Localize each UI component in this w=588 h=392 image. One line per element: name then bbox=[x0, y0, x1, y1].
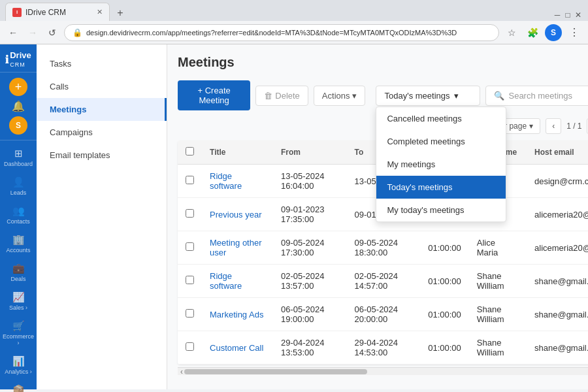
row-checkbox[interactable] bbox=[186, 342, 194, 351]
sidebar-item-leads[interactable]: 👤 Leads bbox=[0, 172, 37, 201]
left-nav-item-tasks[interactable]: Tasks bbox=[37, 52, 167, 75]
window-minimize-button[interactable]: ─ bbox=[553, 10, 562, 20]
left-nav-item-meetings[interactable]: Meetings bbox=[37, 98, 167, 121]
sidebar-item-sales[interactable]: 📈 Sales › bbox=[0, 287, 37, 316]
row-checkbox[interactable] bbox=[186, 309, 194, 318]
actions-button[interactable]: Actions ▾ bbox=[314, 86, 366, 106]
horizontal-scrollbar[interactable]: ‹ › bbox=[178, 367, 588, 375]
table-row[interactable]: Customer Call 29-04-2024 13:53:00 29-04-… bbox=[178, 331, 588, 365]
cell-title: Previous year bbox=[202, 198, 273, 231]
row-checkbox[interactable] bbox=[186, 176, 194, 184]
sidebar-item-contacts[interactable]: 👥 Contacts bbox=[0, 201, 37, 229]
row-checkbox[interactable] bbox=[186, 276, 194, 284]
delete-label: Delete bbox=[275, 91, 300, 101]
cell-host-name: Shane William bbox=[469, 265, 527, 298]
browser-menu-icon[interactable]: ⋮ bbox=[566, 24, 583, 41]
cell-host-email: alicemeria20@gmail.... bbox=[527, 231, 588, 265]
row-checkbox[interactable] bbox=[186, 209, 194, 218]
cell-host-email: design@crm.com bbox=[527, 165, 588, 198]
main-content: Meetings + Create Meeting 🗑 Delete Actio… bbox=[167, 44, 588, 389]
nav-back-button[interactable]: ← bbox=[5, 25, 21, 41]
cell-title: Ridge software bbox=[202, 265, 273, 298]
cell-host-name: Shane William bbox=[469, 331, 527, 365]
table-row[interactable]: Meeting other user 09-05-2024 17:30:00 0… bbox=[178, 231, 588, 265]
cell-title: Meeting other user bbox=[202, 231, 273, 265]
logo-icon: 𝐢 bbox=[5, 53, 8, 67]
search-placeholder-text: Search meetings bbox=[508, 91, 572, 101]
row-checkbox[interactable] bbox=[186, 242, 194, 251]
sidebar-item-dashboard[interactable]: ⊞ Dashboard bbox=[0, 143, 37, 172]
sidebar-item-accounts[interactable]: 🏢 Accounts bbox=[0, 229, 37, 258]
sidebar-label-deals: Deals bbox=[11, 276, 26, 282]
tab-title: IDrive CRM bbox=[25, 8, 66, 17]
accounts-icon: 🏢 bbox=[12, 234, 25, 246]
tab-close-icon[interactable]: ✕ bbox=[97, 8, 103, 16]
sidebar-item-analytics[interactable]: 📊 Analytics › bbox=[0, 351, 37, 380]
ecommerce-icon: 🛒 bbox=[12, 320, 25, 332]
sidebar-item-deals[interactable]: 💼 Deals bbox=[0, 258, 37, 287]
col-header-title: Title bbox=[202, 140, 273, 165]
cell-from: 09-01-2023 17:35:00 bbox=[273, 198, 347, 231]
bell-icon[interactable]: 🔔 bbox=[10, 99, 26, 114]
deals-icon: 💼 bbox=[12, 263, 25, 274]
delete-icon: 🗑 bbox=[264, 91, 272, 101]
nav-forward-button[interactable]: → bbox=[25, 25, 41, 41]
sidebar-label-ecommerce: Ecommerce › bbox=[3, 333, 34, 346]
create-meeting-button[interactable]: + Create Meeting bbox=[178, 80, 250, 110]
dropdown-item-my-today[interactable]: My today's meetings bbox=[376, 199, 506, 221]
sidebar-item-ecommerce[interactable]: 🛒 Ecommerce › bbox=[0, 316, 37, 351]
window-maximize-button[interactable]: □ bbox=[563, 10, 572, 20]
extensions-icon[interactable]: 🧩 bbox=[524, 24, 541, 41]
bookmark-icon[interactable]: ☆ bbox=[503, 24, 520, 41]
left-nav-item-campaigns[interactable]: Campaigns bbox=[37, 121, 167, 144]
browser-profile[interactable]: S bbox=[545, 24, 562, 41]
cell-to: 06-05-2024 20:00:00 bbox=[347, 298, 421, 331]
cell-host-email: shane@gmail.com bbox=[527, 298, 588, 331]
cell-from: 02-05-2024 13:57:00 bbox=[273, 265, 347, 298]
dropdown-item-my-meetings[interactable]: My meetings bbox=[376, 153, 506, 176]
filter-dropdown-container: Today's meetings ▾ Cancelled meetings Co… bbox=[376, 86, 480, 106]
sidebar-nav: ⊞ Dashboard 👤 Leads 👥 Contacts 🏢 Account… bbox=[0, 143, 37, 392]
cell-duration: 01:00:00 bbox=[420, 331, 469, 365]
address-url: design.devidrivecrm.com/app/meetings?ref… bbox=[86, 29, 491, 37]
sidebar-label-leads: Leads bbox=[10, 189, 27, 196]
cell-title: Customer Call bbox=[202, 331, 273, 365]
sidebar-label-sales: Sales › bbox=[9, 304, 27, 311]
cell-host-email: alicemeria20@gmail.... bbox=[527, 198, 588, 231]
add-button[interactable]: + bbox=[9, 78, 27, 96]
dropdown-item-today[interactable]: Today's meetings bbox=[376, 176, 506, 199]
delete-button[interactable]: 🗑 Delete bbox=[255, 86, 308, 106]
table-row[interactable]: Marketing Ads 06-05-2024 19:00:00 06-05-… bbox=[178, 298, 588, 331]
filter-dropdown-button[interactable]: Today's meetings ▾ bbox=[376, 86, 480, 106]
cell-host-name: Alice Maria bbox=[469, 231, 527, 265]
left-nav-item-calls[interactable]: Calls bbox=[37, 75, 167, 98]
dashboard-icon: ⊞ bbox=[14, 148, 23, 159]
dropdown-item-cancelled[interactable]: Cancelled meetings bbox=[376, 107, 506, 130]
actions-chevron-icon: ▾ bbox=[352, 91, 357, 101]
nav-reload-button[interactable]: ↺ bbox=[44, 25, 60, 41]
col-header-host-email: Host email bbox=[527, 140, 588, 165]
table-row[interactable]: Ridge software 02-05-2024 13:57:00 02-05… bbox=[178, 265, 588, 298]
scroll-left-icon[interactable]: ‹ bbox=[180, 367, 183, 376]
left-nav-item-email-templates[interactable]: Email templates bbox=[37, 144, 167, 167]
user-avatar[interactable]: S bbox=[9, 116, 27, 135]
cell-duration: 01:00:00 bbox=[420, 231, 469, 265]
cell-from: 09-05-2024 17:30:00 bbox=[273, 231, 347, 265]
sidebar-item-data-migration[interactable]: 📦 DataMigration bbox=[0, 380, 37, 392]
browser-tab[interactable]: I IDrive CRM ✕ bbox=[5, 3, 110, 21]
search-box[interactable]: 🔍 Search meetings bbox=[485, 86, 588, 106]
filter-dropdown-menu: Cancelled meetings Completed meetings My… bbox=[376, 106, 506, 222]
select-all-checkbox[interactable] bbox=[186, 147, 194, 155]
new-tab-button[interactable]: + bbox=[112, 5, 128, 21]
sidebar-label-accounts: Accounts bbox=[6, 247, 30, 253]
analytics-icon: 📊 bbox=[12, 355, 25, 367]
prev-page-button[interactable]: ‹ bbox=[546, 118, 561, 134]
scroll-thumb[interactable] bbox=[184, 369, 367, 374]
leads-icon: 👤 bbox=[12, 176, 25, 188]
window-close-button[interactable]: ✕ bbox=[574, 10, 583, 20]
cell-title: Marketing Ads bbox=[202, 298, 273, 331]
cell-from: 29-04-2024 13:53:00 bbox=[273, 331, 347, 365]
dropdown-item-completed[interactable]: Completed meetings bbox=[376, 130, 506, 153]
filter-label: Today's meetings bbox=[384, 91, 449, 101]
address-bar[interactable]: 🔒 design.devidrivecrm.com/app/meetings?r… bbox=[64, 24, 499, 41]
